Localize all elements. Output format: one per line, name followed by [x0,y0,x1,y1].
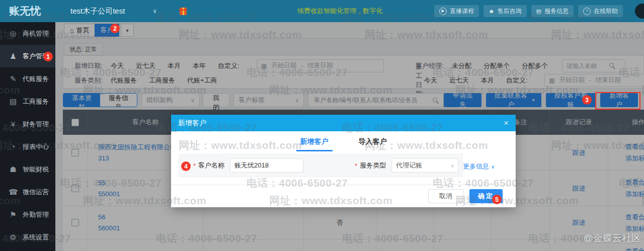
filter-option[interactable]: 代账+工商 [187,76,217,85]
modal-tab-add[interactable]: 新增客户 [296,134,333,151]
customer-name-link[interactable]: 陕西龙固拆除工程有限公司 [98,142,177,152]
filter-option[interactable]: 本月 [481,76,494,85]
service-type-select[interactable]: 代理记账 ∨ [391,158,459,173]
sidebar-item[interactable]: ◔报表中心 [0,135,55,158]
action-link[interactable]: 查看合同 [625,246,644,251]
action-link[interactable]: 添加标记 [625,153,644,163]
table-cell [434,239,492,251]
annotation-badge-2: 2 [110,24,120,33]
header-checkbox[interactable] [71,119,79,126]
sidebar-item[interactable]: ✎代账服务 [0,67,55,90]
filter-option[interactable]: 本年 [193,61,206,70]
sidebar-item[interactable]: ▤工商服务 [0,90,55,113]
company-selector[interactable]: test木子公司test [70,7,125,16]
filter-option[interactable]: 未分配 [452,61,471,70]
customer-code-link[interactable]: 560001 [98,223,120,233]
filter-option[interactable]: 分配多个 [522,61,548,70]
tag-select[interactable]: 客户标签 ∨ [233,93,304,107]
filter-option[interactable]: 近七天 [449,76,469,85]
follow-link[interactable]: 跟进 [573,148,586,157]
batch-contact-button[interactable]: 批量联系客户 ▾ [486,93,541,107]
filter-option[interactable]: 代账服务 [111,76,137,85]
date-separator: - [589,77,591,84]
filter-option[interactable]: 今天 [111,61,124,70]
date-range-input[interactable]: ▦开始日期-结束日期 [257,59,384,72]
more-info-link[interactable]: 更多信息 ∨ [463,162,495,171]
sidebar-item[interactable]: ☗智能财税 [0,158,55,181]
org-select[interactable]: 组织架构 ∨ [141,93,200,107]
filter-option[interactable]: 自定义: [506,76,528,85]
apply-loss-button[interactable]: 申请流失 [444,93,481,107]
sidebar-item[interactable]: ⚑外勤管理 [0,203,55,226]
filter-row: 服务类别:代账服务工商服务代账+工商 [74,73,384,88]
table-cell [203,239,304,251]
modal-header: 新增客户 × [171,115,516,131]
cancel-button[interactable]: 取消 [428,189,463,203]
action-link[interactable]: 查看合同 [625,142,644,151]
customer-search [308,93,444,107]
row-checkbox[interactable] [71,185,79,192]
customer-code-link[interactable]: 550001 [98,189,120,199]
customer-code-link[interactable]: 313 [98,153,109,163]
search-icon[interactable] [609,62,615,69]
action-link[interactable]: 查看合同 [625,178,644,187]
date-range-input[interactable]: ▦开始日期-结束日期 [544,74,644,87]
close-icon[interactable]: × [504,119,509,127]
action-link[interactable]: 查看合同 [625,212,644,222]
online-help-button[interactable]: ? 在线帮助 [578,5,623,17]
modal-tab-import[interactable]: 导入客户 [355,134,391,151]
customer-name-link[interactable]: 56 [98,212,105,222]
customer-name-link[interactable]: 55 [98,178,105,188]
follow-link[interactable]: 跟进 [573,218,586,227]
avatar[interactable] [635,4,644,19]
tab-home[interactable]: ⌂ 首页 [64,24,96,37]
sidebar-item[interactable]: ¥财务管理 [0,113,55,135]
tab-dropdown-button[interactable]: ▾ [121,24,134,37]
filter-option[interactable]: 自定义: [218,61,239,70]
modal-footer: 取消 确定 [171,185,516,207]
home-icon: ⌂ [70,27,74,34]
filter-option[interactable]: 分配单个 [484,61,510,70]
tag-select-value: 客户标签 [238,96,265,105]
filter-option[interactable]: 工商服务 [149,76,175,85]
sidebar-item-label: 代账服务 [23,74,49,83]
field-icon: ⚑ [9,210,18,219]
table-cell: 56560001 [88,206,203,239]
gift-icon[interactable] [180,8,187,15]
live-course-button[interactable]: ▶ 直播课程 [434,5,479,17]
settings-icon: ⚙ [9,233,18,242]
filter-option[interactable]: 近七天 [136,61,155,70]
after-sales-button[interactable]: ☻ 售后咨询 [484,5,527,17]
sidebar-item[interactable]: ⚙系统设置 [0,226,55,248]
table-header-cell: 跟进记录 [550,110,608,135]
chevron-down-icon: ▾ [532,98,535,103]
org-select-value: 组织架构 [146,96,173,105]
annotation-badge-1: 1 [43,52,53,61]
manager-search-input[interactable] [566,62,607,70]
required-mark: * [193,162,196,170]
row-checkbox[interactable] [71,219,79,226]
mine-button[interactable]: 我的 [203,93,229,107]
customer-name-input[interactable] [230,158,303,173]
table-cell [203,206,304,239]
tab-home-label: 首页 [76,26,90,35]
follow-link[interactable]: 跟进 [573,184,586,193]
search-icon[interactable] [432,97,439,104]
action-link[interactable]: 添加标记 [625,189,644,199]
view-tab-service[interactable]: 服务信息 [100,94,137,107]
report-icon: ◔ [9,142,18,151]
app-logo: 账无忧 [0,4,55,18]
sidebar-item[interactable]: ◎商机管理 [0,22,55,45]
sidebar-item-label: 外勤管理 [23,210,49,219]
filter-option[interactable]: 今天 [424,76,437,85]
sidebar-item[interactable]: ☎微信运营 [0,181,55,203]
service-info-button[interactable]: ▤ 服务信息 [531,5,574,17]
topbar: 账无忧 test木子公司test ∨ 续费收款智能化管理，数字化 ▶ 直播课程 … [0,0,644,22]
table-cell [63,206,88,239]
filter-option[interactable]: 本月 [168,61,181,70]
company-caret-icon[interactable]: ∨ [152,8,157,15]
customer-search-input[interactable] [313,96,429,104]
after-sales-label: 售后咨询 [498,7,522,16]
view-tab-basic[interactable]: 基本资料 [63,94,100,107]
row-checkbox[interactable] [71,149,79,156]
